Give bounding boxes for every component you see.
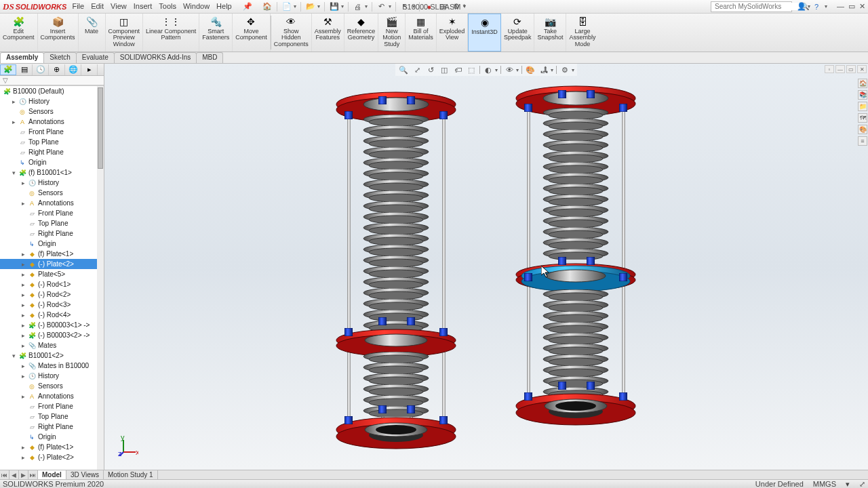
hide-show-icon[interactable]: 👁 bbox=[504, 64, 515, 75]
menu-insert[interactable]: Insert bbox=[134, 2, 153, 11]
menu-edit[interactable]: Edit bbox=[91, 2, 104, 11]
nut[interactable] bbox=[439, 416, 448, 424]
tree-plate2[interactable]: ▸◆(-) Plate<2> bbox=[0, 259, 104, 269]
status-units[interactable]: MMGS bbox=[813, 480, 836, 488]
expand-icon[interactable]: ▸ bbox=[11, 98, 17, 105]
reference-triad[interactable]: y x z bbox=[118, 436, 138, 456]
nut[interactable] bbox=[439, 328, 448, 336]
nut[interactable] bbox=[619, 392, 627, 401]
tree-b00003-1[interactable]: ▸🧩(-) B00003<1> -> bbox=[0, 320, 104, 330]
tree-plate5[interactable]: ▸◆Plate<5> bbox=[0, 269, 104, 279]
expand-icon[interactable]: ▸ bbox=[20, 200, 26, 207]
plate-bottom[interactable] bbox=[335, 416, 457, 454]
bellows-upper[interactable] bbox=[363, 115, 429, 331]
fm-tab-config[interactable]: 🕓 bbox=[33, 64, 49, 75]
bellows-lower[interactable] bbox=[542, 289, 609, 398]
graphics-area[interactable]: 🔍 ⤢ ↺ ◫ 🏷 ⬚ ◐▾ 👁▾ 🎨 🏞▾ ⚙▾ ▫ — ▭ ✕ 🏠 📚 📁 … bbox=[104, 64, 868, 470]
search-dropdown-icon[interactable]: ▾ bbox=[808, 3, 810, 9]
tree-sub1-history[interactable]: ▸🕓History bbox=[0, 178, 104, 188]
component-preview-button[interactable]: ◫Component Preview Window bbox=[106, 14, 144, 52]
edit-appearance-icon[interactable]: 🎨 bbox=[525, 64, 536, 75]
tree-origin[interactable]: ↳Origin bbox=[0, 157, 104, 167]
expand-icon[interactable]: ▸ bbox=[20, 444, 26, 451]
nut[interactable] bbox=[558, 382, 566, 390]
linear-pattern-button[interactable]: ⋮⋮Linear Component Pattern bbox=[143, 14, 199, 52]
nut[interactable] bbox=[344, 416, 353, 424]
menu-file[interactable]: File bbox=[72, 2, 84, 11]
tree-front-plane[interactable]: ▱Front Plane bbox=[0, 127, 104, 137]
tree-root[interactable]: 🧩B10000 (Default) bbox=[0, 86, 104, 96]
doc-float-button[interactable]: ▫ bbox=[825, 65, 834, 73]
model-instance-2[interactable] bbox=[515, 81, 637, 426]
nut[interactable] bbox=[587, 257, 595, 265]
help-dropdown-icon[interactable]: ▾ bbox=[825, 3, 827, 9]
tab-assembly[interactable]: Assembly bbox=[0, 52, 44, 63]
tab-addins[interactable]: SOLIDWORKS Add-Ins bbox=[114, 52, 197, 63]
nut[interactable] bbox=[587, 90, 595, 98]
minimize-button[interactable]: — bbox=[837, 2, 844, 11]
zoom-area-icon[interactable]: ⤢ bbox=[412, 64, 422, 75]
undo-dropdown-icon[interactable]: ▾ bbox=[389, 3, 391, 9]
expand-icon[interactable]: ▸ bbox=[20, 302, 26, 308]
dyn-annotation-icon[interactable]: 🏷 bbox=[452, 64, 463, 75]
home-icon[interactable]: 🏠 bbox=[262, 1, 273, 12]
status-maximize-icon[interactable]: ⤢ bbox=[859, 480, 865, 489]
insert-components-button[interactable]: 📦Insert Components bbox=[38, 14, 79, 52]
tree-sub1-annotations[interactable]: ▸AAnnotations bbox=[0, 198, 104, 208]
tree-rod1[interactable]: ▸◆(-) Rod<1> bbox=[0, 279, 104, 289]
model-instance-1[interactable] bbox=[335, 84, 457, 450]
fm-tab-tree[interactable]: 🧩 bbox=[0, 64, 16, 75]
tree-sensors[interactable]: ◎Sensors bbox=[0, 106, 104, 117]
print-icon[interactable]: 🖨 bbox=[353, 1, 363, 12]
nut[interactable] bbox=[619, 104, 627, 112]
fm-filter-bar[interactable]: ▽ bbox=[0, 76, 104, 85]
section-view-icon[interactable]: ◫ bbox=[439, 64, 450, 75]
tree-rod4[interactable]: ▸◆(-) Rod<4> bbox=[0, 310, 104, 320]
btab-next[interactable]: ▶ bbox=[19, 470, 28, 479]
login-icon[interactable]: 👤 bbox=[796, 1, 807, 12]
tree-annotations[interactable]: ▸AAnnotations bbox=[0, 117, 104, 127]
tree-plate1[interactable]: ▸◆(f) Plate<1> bbox=[0, 249, 104, 259]
update-speedpak-button[interactable]: ⟳Update Speedpak bbox=[501, 14, 535, 52]
bellows-lower[interactable] bbox=[363, 352, 429, 417]
nut[interactable] bbox=[524, 104, 532, 112]
tree-history[interactable]: ▸🕓History bbox=[0, 96, 104, 106]
expand-icon[interactable]: ▸ bbox=[20, 393, 26, 400]
tree-sub2-front[interactable]: ▱Front Plane bbox=[0, 401, 104, 411]
pin-icon[interactable]: 📌 bbox=[243, 2, 252, 11]
nut[interactable] bbox=[619, 273, 627, 281]
task-library-icon[interactable]: 📚 bbox=[858, 90, 867, 100]
close-button[interactable]: ✕ bbox=[859, 2, 865, 11]
btab-prev-all[interactable]: ⏮ bbox=[0, 470, 9, 479]
task-appearances-icon[interactable]: 🎨 bbox=[858, 125, 867, 134]
doc-max-button[interactable]: ▭ bbox=[846, 65, 856, 73]
nut[interactable] bbox=[407, 405, 415, 413]
rod[interactable] bbox=[347, 111, 351, 436]
plate-bottom[interactable] bbox=[515, 392, 637, 430]
tree-sub2-plate1[interactable]: ▸◆(f) Plate<1> bbox=[0, 442, 104, 452]
nut[interactable] bbox=[378, 317, 387, 325]
expand-icon[interactable]: ▸ bbox=[20, 281, 26, 288]
bellows-upper[interactable] bbox=[542, 108, 609, 260]
expand-icon[interactable]: ▸ bbox=[20, 363, 26, 369]
scrollbar-thumb[interactable] bbox=[98, 87, 103, 169]
new-dropdown-icon[interactable]: ▾ bbox=[294, 3, 296, 9]
tab-evaluate[interactable]: Evaluate bbox=[76, 52, 115, 63]
tree-scrollbar[interactable] bbox=[97, 86, 104, 470]
assembly-features-button[interactable]: ⚒Assembly Features bbox=[312, 14, 344, 52]
status-dropdown-icon[interactable]: ▾ bbox=[846, 480, 850, 489]
tree-sub1-top[interactable]: ▱Top Plane bbox=[0, 218, 104, 228]
fm-tab-display[interactable]: 🌐 bbox=[65, 64, 81, 75]
new-motion-study-button[interactable]: 🎬New Motion Study bbox=[378, 14, 406, 52]
expand-icon[interactable]: ▸ bbox=[20, 332, 26, 339]
reference-geometry-button[interactable]: ◆Reference Geometry bbox=[344, 14, 379, 52]
nut[interactable] bbox=[407, 96, 415, 104]
expand-icon[interactable]: ▸ bbox=[20, 180, 26, 186]
task-resources-icon[interactable]: 🏠 bbox=[858, 79, 867, 88]
expand-icon[interactable]: ▸ bbox=[20, 261, 26, 268]
tree-sub2-history[interactable]: ▸🕓History bbox=[0, 371, 104, 381]
view-orient-icon[interactable]: ⬚ bbox=[466, 64, 477, 75]
doc-min-button[interactable]: — bbox=[835, 65, 845, 73]
btab-3d-views[interactable]: 3D Views bbox=[66, 470, 104, 479]
smart-fasteners-button[interactable]: 🔩Smart Fasteners bbox=[199, 14, 233, 52]
